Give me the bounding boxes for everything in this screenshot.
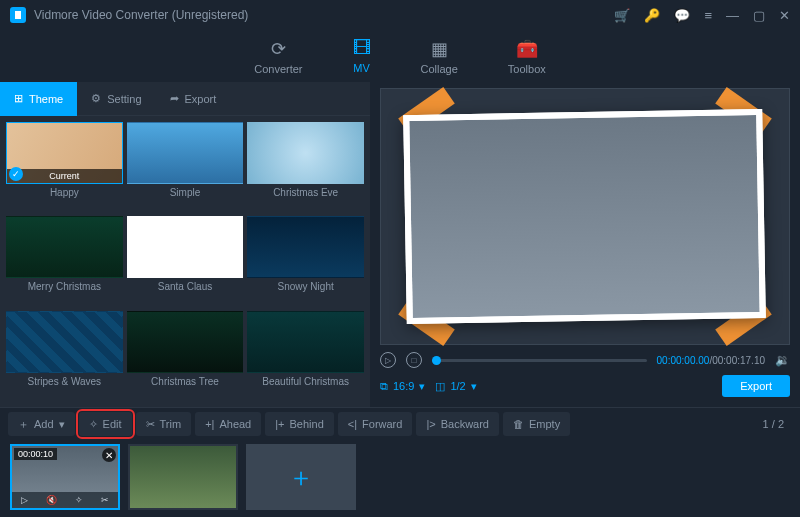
titlebar: Vidmore Video Converter (Unregistered) 🛒… — [0, 0, 800, 30]
subtab-theme[interactable]: ⊞ Theme — [0, 82, 77, 116]
cart-icon[interactable]: 🛒 — [614, 8, 630, 23]
stop-button[interactable]: □ — [406, 352, 422, 368]
player-controls: ▷ □ 00:00:00.00/00:00:17.10 🔉 — [380, 345, 790, 371]
feedback-icon[interactable]: 💬 — [674, 8, 690, 23]
backward-button[interactable]: |> Backward — [416, 412, 499, 436]
timeline-toolbar: ＋ Add ▾ ✧ Edit ✂ Trim +| Ahead |+ Behind… — [0, 408, 800, 440]
tab-converter[interactable]: ⟳ Converter — [254, 38, 302, 75]
theme-item-santa-claus[interactable]: Santa Claus — [127, 216, 244, 306]
collage-icon: ▦ — [431, 38, 448, 60]
clip-trim-icon[interactable]: ✂ — [101, 495, 109, 505]
play-button[interactable]: ▷ — [380, 352, 396, 368]
mv-icon: 🎞 — [353, 38, 371, 59]
tab-collage[interactable]: ▦ Collage — [421, 38, 458, 75]
close-button[interactable]: ✕ — [779, 8, 790, 23]
player-options: ⧉ 16:9 ▾ ◫ 1/2 ▾ Export — [380, 371, 790, 401]
theme-grid: Current ✓ Happy Simple Christmas Eve Mer… — [0, 116, 370, 407]
behind-button[interactable]: |+ Behind — [265, 412, 334, 436]
chevron-down-icon: ▾ — [59, 418, 65, 431]
export-button[interactable]: Export — [722, 375, 790, 397]
plus-icon: ＋ — [288, 460, 314, 495]
theme-item-snowy-night[interactable]: Snowy Night — [247, 216, 364, 306]
theme-icon: ⊞ — [14, 92, 23, 105]
ahead-button[interactable]: +| Ahead — [195, 412, 261, 436]
subtab-export[interactable]: ➦ Export — [156, 82, 231, 116]
behind-icon: |+ — [275, 418, 284, 430]
clip-edit-icon[interactable]: ✧ — [75, 495, 83, 505]
trim-button[interactable]: ✂ Trim — [136, 412, 192, 436]
tab-mv[interactable]: 🎞 MV — [353, 38, 371, 74]
maximize-button[interactable]: ▢ — [753, 8, 765, 23]
video-frame — [404, 109, 767, 324]
converter-icon: ⟳ — [271, 38, 286, 60]
timeline-pane: ＋ Add ▾ ✧ Edit ✂ Trim +| Ahead |+ Behind… — [0, 407, 800, 517]
aspect-ratio-dropdown[interactable]: ⧉ 16:9 ▾ — [380, 380, 425, 393]
theme-item-merry-christmas[interactable]: Merry Christmas — [6, 216, 123, 306]
layout-dropdown[interactable]: ◫ 1/2 ▾ — [435, 380, 476, 393]
theme-item-happy[interactable]: Current ✓ Happy — [6, 122, 123, 212]
chevron-down-icon: ▾ — [471, 380, 477, 393]
scissors-icon: ✂ — [146, 418, 155, 431]
check-icon: ✓ — [9, 167, 23, 181]
volume-icon[interactable]: 🔉 — [775, 353, 790, 367]
current-badge: Current — [7, 169, 122, 183]
add-button[interactable]: ＋ Add ▾ — [8, 412, 75, 436]
key-icon[interactable]: 🔑 — [644, 8, 660, 23]
gear-icon: ⚙ — [91, 92, 101, 105]
chevron-down-icon: ▾ — [419, 380, 425, 393]
main-tabs: ⟳ Converter 🎞 MV ▦ Collage 🧰 Toolbox — [0, 30, 800, 82]
add-clip-button[interactable]: ＋ — [246, 444, 356, 510]
pager: 1 / 2 — [763, 418, 792, 430]
window-title: Vidmore Video Converter (Unregistered) — [34, 8, 248, 22]
layout-icon: ◫ — [435, 380, 445, 393]
right-pane: ▷ □ 00:00:00.00/00:00:17.10 🔉 ⧉ 16:9 ▾ ◫… — [370, 82, 800, 407]
clip-row: 00:00:10 ✕ ▷ 🔇 ✧ ✂ ＋ — [0, 440, 800, 514]
app-logo — [10, 7, 26, 23]
trash-icon: 🗑 — [513, 418, 524, 430]
preview-area — [380, 88, 790, 345]
ahead-icon: +| — [205, 418, 214, 430]
sub-tabs: ⊞ Theme ⚙ Setting ➦ Export — [0, 82, 370, 116]
plus-icon: ＋ — [18, 417, 29, 432]
export-icon: ➦ — [170, 92, 179, 105]
clip-mute-icon[interactable]: 🔇 — [46, 495, 57, 505]
clip-duration: 00:00:10 — [14, 448, 57, 460]
forward-icon: <| — [348, 418, 357, 430]
menu-icon[interactable]: ≡ — [704, 8, 712, 23]
remove-clip-icon[interactable]: ✕ — [102, 448, 116, 462]
theme-item-christmas-tree[interactable]: Christmas Tree — [127, 311, 244, 401]
subtab-setting[interactable]: ⚙ Setting — [77, 82, 155, 116]
video-preview[interactable] — [410, 115, 760, 318]
clip-play-icon[interactable]: ▷ — [21, 495, 28, 505]
minimize-button[interactable]: — — [726, 8, 739, 23]
empty-button[interactable]: 🗑 Empty — [503, 412, 570, 436]
forward-button[interactable]: <| Forward — [338, 412, 413, 436]
seek-slider[interactable] — [432, 359, 647, 362]
timecode: 00:00:00.00/00:00:17.10 — [657, 355, 765, 366]
theme-item-beautiful-christmas[interactable]: Beautiful Christmas — [247, 311, 364, 401]
theme-item-christmas-eve[interactable]: Christmas Eve — [247, 122, 364, 212]
backward-icon: |> — [426, 418, 435, 430]
clip-ops: ▷ 🔇 ✧ ✂ — [12, 492, 118, 508]
clip-item[interactable] — [128, 444, 238, 510]
tab-toolbox[interactable]: 🧰 Toolbox — [508, 38, 546, 75]
aspect-icon: ⧉ — [380, 380, 388, 393]
theme-item-stripes-waves[interactable]: Stripes & Waves — [6, 311, 123, 401]
clip-item[interactable]: 00:00:10 ✕ ▷ 🔇 ✧ ✂ — [10, 444, 120, 510]
wand-icon: ✧ — [89, 418, 98, 431]
edit-button[interactable]: ✧ Edit — [79, 412, 132, 436]
theme-item-simple[interactable]: Simple — [127, 122, 244, 212]
left-pane: ⊞ Theme ⚙ Setting ➦ Export Current ✓ Hap… — [0, 82, 370, 407]
toolbox-icon: 🧰 — [516, 38, 538, 60]
